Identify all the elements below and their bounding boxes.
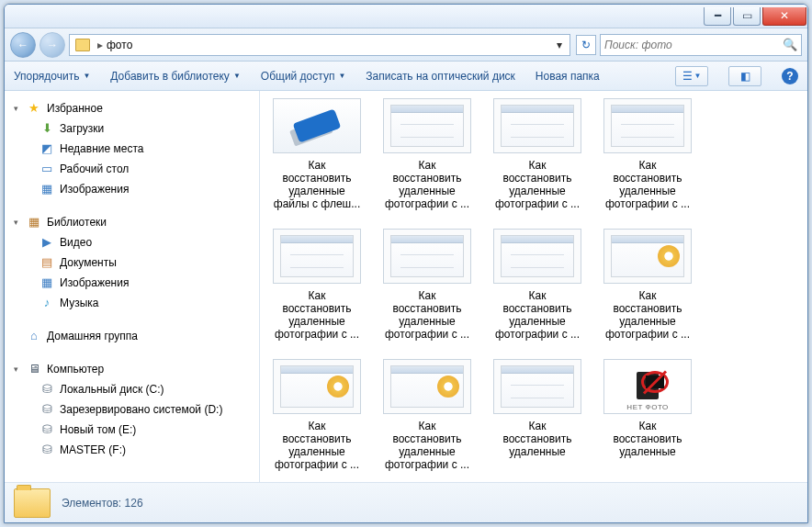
file-item[interactable]: Как восстановить удаленные фотографии с … (383, 229, 471, 341)
file-label: Как восстановить удаленные файлы с флеш.… (273, 159, 361, 210)
sidebar-item-favorites-0[interactable]: ⬇Загрузки (5, 118, 259, 139)
sidebar-item-libraries-0[interactable]: ▶Видео (5, 232, 259, 252)
titlebar[interactable]: фото ━ ▭ ✕ (5, 5, 807, 28)
maximize-icon: ▭ (742, 9, 752, 22)
pic-icon: ▦ (39, 275, 54, 290)
minimize-button[interactable]: ━ (704, 7, 731, 26)
sidebar-item-computer-2[interactable]: ⛁Новый том (E:) (5, 420, 259, 440)
refresh-button[interactable]: ↻ (576, 35, 596, 55)
file-label: Как восстановить удаленные фотографии с … (273, 289, 361, 341)
view-icon: ☰ (682, 70, 693, 83)
item-count-label: Элементов: 126 (62, 497, 143, 510)
help-icon: ? (786, 70, 793, 83)
new-folder-button[interactable]: Новая папка (536, 70, 600, 83)
sidebar-item-label: Рабочий стол (60, 161, 129, 177)
search-box[interactable]: 🔍 (600, 34, 802, 56)
computer-icon: 🖥 (27, 362, 41, 376)
change-view-button[interactable]: ☰▼ (675, 66, 708, 86)
folder-icon (75, 39, 90, 51)
file-item[interactable]: Как восстановить удаленные фотографии с … (493, 229, 581, 341)
file-item[interactable]: Как восстановить удаленные (493, 359, 581, 471)
file-label: Как восстановить удаленные фотографии с … (493, 159, 581, 210)
file-item[interactable]: Как восстановить удаленные фотографии с … (273, 229, 361, 341)
address-bar[interactable]: ▸ фото ▾ (69, 34, 570, 56)
sidebar-item-favorites-2[interactable]: ▭Рабочий стол (5, 159, 259, 179)
file-item[interactable]: Как восстановить удаленные файлы с флеш.… (273, 98, 361, 210)
collapse-icon: ▾ (14, 100, 21, 117)
library-icon: ▦ (27, 215, 41, 230)
collapse-icon: ▾ (14, 361, 21, 377)
file-thumbnail (273, 359, 361, 414)
file-item[interactable]: Как восстановить удаленные фотографии с … (383, 359, 471, 471)
file-label: Как восстановить удаленные фотографии с … (603, 159, 692, 210)
sidebar-item-label: Изображения (60, 181, 129, 197)
sidebar-item-label: Локальный диск (C:) (60, 381, 164, 398)
star-icon: ★ (27, 101, 41, 116)
sidebar-libraries-header[interactable]: ▾ ▦ Библиотеки (5, 212, 259, 232)
sidebar-computer-header[interactable]: ▾ 🖥 Компьютер (5, 359, 259, 379)
desk-icon: ▭ (39, 162, 54, 176)
organize-button[interactable]: Упорядочить▼ (14, 70, 90, 83)
sidebar-item-label: Изображения (60, 275, 129, 291)
breadcrumb-sep-icon[interactable]: ▸ (94, 39, 107, 51)
back-icon: ← (17, 39, 28, 51)
file-thumbnail (603, 229, 692, 284)
file-item[interactable]: Как восстановить удаленные фотографии с … (603, 229, 692, 341)
burn-button[interactable]: Записать на оптический диск (366, 70, 515, 83)
vid-icon: ▶ (39, 235, 54, 250)
search-icon[interactable]: 🔍 (783, 38, 797, 51)
sidebar-item-computer-1[interactable]: ⛁Зарезервировано системой (D:) (5, 399, 259, 420)
sidebar-item-favorites-1[interactable]: ◩Недавние места (5, 139, 259, 159)
close-button[interactable]: ✕ (762, 7, 806, 26)
file-item[interactable]: Как восстановить удаленные фотографии с … (493, 98, 581, 210)
chevron-down-icon: ▼ (233, 72, 241, 80)
file-item[interactable]: НЕТ ФОТОКак восстановить удаленные (603, 359, 692, 471)
nav-bar: ← → ▸ фото ▾ ↻ 🔍 (5, 28, 807, 62)
sidebar-favorites-header[interactable]: ▾ ★ Избранное (5, 98, 259, 118)
file-label: Как восстановить удаленные фотографии с … (493, 289, 581, 341)
breadcrumb-current[interactable]: фото (107, 39, 551, 51)
file-item[interactable]: Как восстановить удаленные фотографии с … (603, 98, 692, 210)
sidebar-item-libraries-2[interactable]: ▦Изображения (5, 273, 259, 293)
forward-button[interactable]: → (39, 32, 65, 58)
sidebar-item-libraries-1[interactable]: ▤Документы (5, 252, 259, 273)
recent-icon: ◩ (39, 141, 54, 156)
close-icon: ✕ (780, 9, 789, 22)
chevron-down-icon: ▼ (338, 72, 345, 80)
preview-pane-icon: ◧ (740, 70, 750, 83)
sidebar-item-label: Музыка (60, 295, 98, 311)
items-view[interactable]: Как восстановить удаленные файлы с флеш.… (260, 91, 807, 482)
sidebar-item-label: Новый том (E:) (60, 421, 136, 438)
homegroup-icon: ⌂ (27, 329, 41, 343)
collapse-icon: ▾ (14, 214, 21, 230)
sidebar-item-libraries-3[interactable]: ♪Музыка (5, 293, 259, 313)
file-thumbnail: НЕТ ФОТО (603, 359, 692, 414)
file-label: Как восстановить удаленные фотографии с … (383, 289, 471, 341)
file-thumbnail (493, 98, 581, 153)
file-label: Как восстановить удаленные фотографии с … (383, 420, 471, 471)
preview-pane-button[interactable]: ◧ (728, 66, 761, 86)
disk-icon: ⛁ (39, 422, 54, 437)
address-dropdown-icon[interactable]: ▾ (551, 39, 568, 51)
pic-icon: ▦ (39, 182, 54, 196)
sidebar-item-favorites-3[interactable]: ▦Изображения (5, 179, 259, 199)
chevron-down-icon: ▼ (694, 72, 702, 80)
file-thumbnail (383, 359, 471, 414)
sidebar-item-computer-3[interactable]: ⛁MASTER (F:) (5, 440, 259, 460)
details-pane: Элементов: 126 (5, 482, 807, 522)
file-item[interactable]: Как восстановить удаленные фотографии с … (273, 359, 361, 471)
sidebar-item-label: Недавние места (60, 140, 143, 157)
sidebar-item-label: Документы (60, 254, 117, 271)
include-library-button[interactable]: Добавить в библиотеку▼ (110, 70, 240, 83)
help-button[interactable]: ? (782, 68, 798, 84)
search-input[interactable] (604, 39, 783, 51)
sidebar-item-computer-0[interactable]: ⛁Локальный диск (C:) (5, 379, 259, 399)
back-button[interactable]: ← (10, 32, 36, 58)
share-button[interactable]: Общий доступ▼ (261, 70, 346, 83)
maximize-button[interactable]: ▭ (733, 7, 761, 26)
chevron-down-icon: ▼ (83, 72, 90, 80)
file-label: Как восстановить удаленные фотографии с … (603, 289, 692, 341)
sidebar-homegroup[interactable]: ▸ ⌂ Домашняя группа (5, 326, 259, 346)
file-label: Как восстановить удаленные фотографии с … (383, 159, 471, 210)
file-item[interactable]: Как восстановить удаленные фотографии с … (383, 98, 471, 210)
